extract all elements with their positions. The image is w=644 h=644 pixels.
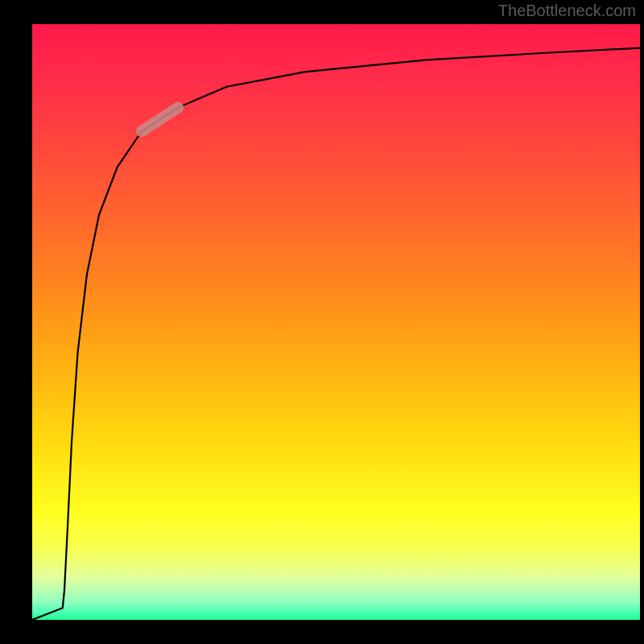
main-curve xyxy=(32,48,640,620)
x-axis xyxy=(31,620,642,621)
highlight-segment xyxy=(142,108,178,132)
y-axis xyxy=(31,24,32,621)
chart-curve-layer xyxy=(32,24,640,620)
watermark-text: TheBottleneck.com xyxy=(498,2,636,20)
